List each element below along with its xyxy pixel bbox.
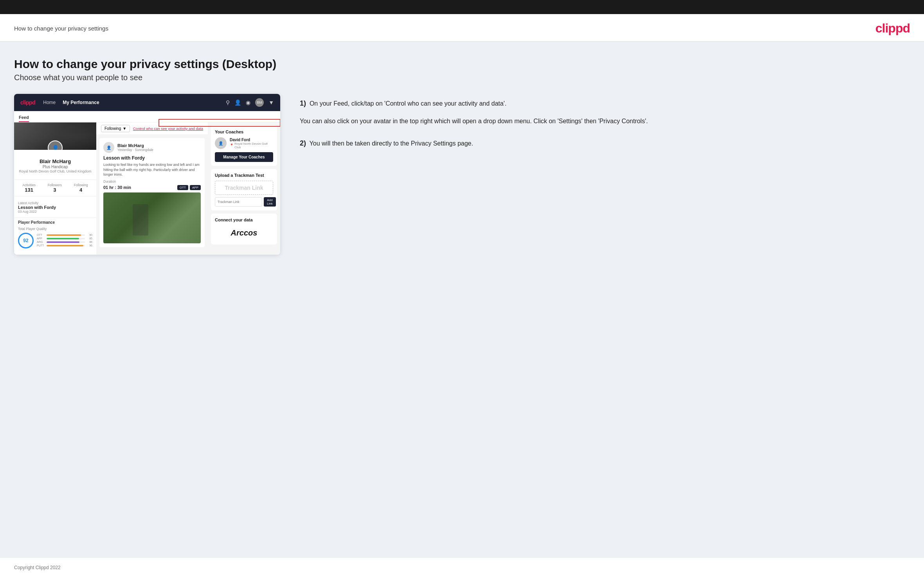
control-link-row: Control who can see your activity and da… <box>133 126 203 131</box>
feed-panel: Following ▼ Control who can see your act… <box>96 122 208 255</box>
quality-row: 92 OTT 90 APP 85 ARG <box>18 233 92 248</box>
post-description: Looking to feel like my hands are exitin… <box>103 162 201 177</box>
coach-avatar: 👤 <box>215 137 227 149</box>
nav-link-home[interactable]: Home <box>43 100 56 105</box>
following-button[interactable]: Following ▼ <box>101 125 130 132</box>
latest-label: Latest Activity <box>18 201 92 205</box>
post-title: Lesson with Fordy <box>103 155 201 161</box>
step-1-number: 1) <box>300 99 306 107</box>
trackman-card: Upload a Trackman Test Trackman Link Add… <box>211 169 277 210</box>
profile-name: Blair McHarg <box>18 158 92 164</box>
connect-card: Connect your data Arccos <box>211 214 277 244</box>
feed-tab[interactable]: Feed <box>19 113 29 122</box>
profile-panel: 👤 Blair McHarg Plus Handicap Royal North… <box>14 122 96 255</box>
step-1-detail: You can also click on your avatar in the… <box>300 116 910 126</box>
post-author: 👤 Blair McHarg Yesterday · Sunningdale <box>103 142 201 153</box>
feed-tab-bar: Feed <box>14 111 280 122</box>
bar-value: 96 <box>86 244 92 247</box>
globe-icon[interactable]: ◉ <box>246 99 250 106</box>
stat-following-value: 4 <box>74 187 88 193</box>
step-1-text: 1) On your Feed, click/tap on 'Control w… <box>300 98 910 109</box>
step-2-text: 2) You will then be taken directly to th… <box>300 138 910 149</box>
copyright: Copyright Clippd 2022 <box>14 565 61 570</box>
bar-track <box>47 234 85 236</box>
trackman-placeholder: Trackman Link <box>215 181 273 195</box>
bar-fill <box>47 238 79 239</box>
coaches-title: Your Coaches <box>215 129 273 134</box>
nav-link-performance[interactable]: My Performance <box>63 100 99 105</box>
quality-score: 92 <box>18 233 34 248</box>
main-content: How to change your privacy settings (Des… <box>0 42 924 558</box>
app-mockup: clippd Home My Performance ⚲ 👤 ◉ BM ▼ Fe… <box>14 94 280 255</box>
page-title: How to change your privacy settings (Des… <box>14 58 910 71</box>
latest-activity: Latest Activity Lesson with Fordy 03 Aug… <box>14 199 96 216</box>
stat-followers: Followers 3 <box>48 183 62 193</box>
page-title-block: How to change your privacy settings (Des… <box>14 58 910 82</box>
stat-followers-label: Followers <box>48 183 62 187</box>
tag-ott: OTT <box>177 185 188 190</box>
stat-activities-label: Activities <box>22 183 36 187</box>
connect-title: Connect your data <box>215 217 273 222</box>
content-row: clippd Home My Performance ⚲ 👤 ◉ BM ▼ Fe… <box>14 94 910 255</box>
top-bar <box>0 0 924 14</box>
bar-row-ott: OTT 90 <box>37 234 92 236</box>
person-icon[interactable]: 👤 <box>234 99 241 106</box>
manage-coaches-button[interactable]: Manage Your Coaches <box>215 152 273 162</box>
profile-club: Royal North Devon Golf Club, United King… <box>18 169 92 173</box>
chevron-down-icon: ▼ <box>268 99 274 106</box>
bar-label: ARG <box>37 241 45 243</box>
quality-title: Total Player Quality <box>18 227 92 231</box>
stat-activities-value: 131 <box>22 187 36 193</box>
search-icon[interactable]: ⚲ <box>226 99 230 106</box>
bar-fill <box>47 234 81 236</box>
stat-following: Following 4 <box>74 183 88 193</box>
coach-name: David Ford <box>230 138 273 142</box>
control-privacy-link[interactable]: Control who can see your activity and da… <box>133 126 203 131</box>
stat-followers-value: 3 <box>48 187 62 193</box>
arccos-logo: Arccos <box>215 225 273 241</box>
author-meta: Yesterday · Sunningdale <box>117 148 153 152</box>
player-performance: Player Performance Total Player Quality … <box>14 217 96 251</box>
post-duration-label: Duration <box>103 180 201 183</box>
post-image <box>103 192 201 243</box>
bar-track <box>47 238 85 239</box>
feed-header: Following ▼ Control who can see your act… <box>96 122 208 135</box>
stat-following-label: Following <box>74 183 88 187</box>
breadcrumb: How to change your privacy settings <box>14 25 108 32</box>
chevron-down-icon: ▼ <box>122 126 126 131</box>
location-icon: 📍 <box>230 144 234 147</box>
author-avatar: 👤 <box>103 142 114 153</box>
trackman-input-row: Add Link <box>215 197 273 207</box>
stat-activities: Activities 131 <box>22 183 36 193</box>
quality-bars: OTT 90 APP 85 ARG 86 PUTT <box>37 234 92 248</box>
site-footer: Copyright Clippd 2022 <box>0 558 924 577</box>
bar-label: OTT <box>37 234 45 236</box>
bar-label: PUTT <box>37 244 45 247</box>
coach-club: 📍 Royal North Devon Golf Club <box>230 142 273 149</box>
profile-cover: 👤 <box>14 122 96 150</box>
author-name: Blair McHarg <box>117 143 153 148</box>
bar-track <box>47 245 85 246</box>
latest-activity-name: Lesson with Fordy <box>18 205 92 210</box>
app-body: 👤 Blair McHarg Plus Handicap Royal North… <box>14 122 280 255</box>
app-nav: clippd Home My Performance ⚲ 👤 ◉ BM ▼ <box>14 94 280 111</box>
coach-item: 👤 David Ford 📍 Royal North Devon Golf Cl… <box>215 137 273 149</box>
bar-track <box>47 241 85 243</box>
performance-title: Player Performance <box>18 220 92 225</box>
trackman-title: Upload a Trackman Test <box>215 173 273 178</box>
add-link-button[interactable]: Add Link <box>264 197 276 207</box>
feed-post: 👤 Blair McHarg Yesterday · Sunningdale L… <box>99 138 205 247</box>
nav-links: Home My Performance <box>43 100 99 105</box>
trackman-input[interactable] <box>215 197 262 207</box>
profile-info: Blair McHarg Plus Handicap Royal North D… <box>14 150 96 177</box>
user-avatar[interactable]: BM <box>255 98 264 107</box>
step-2: 2) You will then be taken directly to th… <box>300 138 910 149</box>
bar-row-putt: PUTT 96 <box>37 244 92 247</box>
app-nav-logo: clippd <box>20 99 35 106</box>
post-duration-value: 01 hr : 30 min <box>103 185 131 190</box>
bar-value: 85 <box>86 237 92 240</box>
profile-avatar: 👤 <box>48 140 63 150</box>
coaches-card: Your Coaches 👤 David Ford 📍 Royal North … <box>211 126 277 166</box>
step-1: 1) On your Feed, click/tap on 'Control w… <box>300 98 910 126</box>
site-header: How to change your privacy settings clip… <box>0 14 924 42</box>
